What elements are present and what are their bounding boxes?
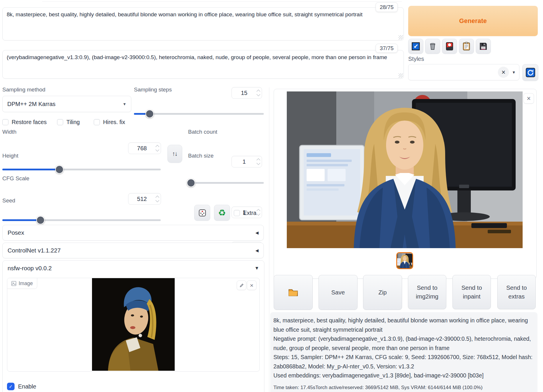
swap-arrows-icon: ↑↓ — [172, 150, 178, 157]
info-negative-prompt: Negative prompt: (verybadimagenegative_v… — [273, 334, 534, 353]
sampling-method-dropdown[interactable]: DPM++ 2M Karras ▼ — [2, 96, 131, 112]
slider-handle[interactable] — [187, 179, 195, 187]
card-image-icon — [446, 42, 453, 51]
top-divider — [42, 1, 402, 2]
enable-label: Enable — [18, 383, 36, 390]
negative-token-counter: 37/75 — [376, 44, 398, 53]
info-embeddings: Used embeddings: verybadimagenegative_v1… — [273, 371, 534, 380]
prompt-container — [2, 7, 404, 40]
accordion-posex[interactable]: Posex ◀ — [2, 225, 264, 241]
generated-image[interactable] — [287, 91, 523, 248]
sampling-steps-slider[interactable] — [134, 113, 264, 115]
generation-info: 8k, masterpiece, best quality, highly de… — [270, 312, 537, 392]
sampling-steps-numbox — [231, 87, 262, 99]
stepper-arrows[interactable] — [156, 196, 159, 202]
reuse-seed-button[interactable]: ♻ — [214, 205, 230, 221]
styles-label: Styles — [408, 56, 424, 62]
restore-faces-option[interactable]: Restore faces — [2, 119, 47, 126]
prompt-input[interactable] — [2, 7, 404, 40]
image-icon — [11, 281, 16, 286]
zip-button[interactable]: Zip — [363, 275, 402, 310]
send-to-img2img-button[interactable]: Send to img2img — [408, 275, 446, 309]
stepper-arrows[interactable] — [257, 159, 260, 165]
close-icon: × — [250, 282, 253, 288]
info-prompt: 8k, masterpiece, best quality, highly de… — [273, 316, 534, 334]
accordion-roop-title: nsfw-roop v0.0.2 — [8, 265, 52, 272]
styles-dropdown[interactable]: × ▼ — [408, 64, 519, 80]
negative-prompt-resize-handle[interactable] — [399, 73, 403, 78]
roop-enable-option[interactable]: ✓ Enable — [7, 383, 36, 390]
floppy-disk-icon — [479, 42, 487, 50]
hires-fix-option[interactable]: Hires. fix — [94, 119, 125, 126]
accordion-controlnet-title: ControlNet v1.1.227 — [8, 247, 61, 254]
paste-generation-params-button[interactable] — [459, 39, 474, 54]
width-slider[interactable] — [2, 169, 161, 170]
batch-count-slider[interactable] — [188, 182, 264, 184]
info-parameters: Steps: 15, Sampler: DPM++ 2M Karras, CFG… — [273, 353, 534, 371]
height-slider[interactable] — [2, 219, 161, 221]
recycle-icon: ♻ — [218, 209, 226, 217]
generate-button[interactable]: Generate — [408, 6, 538, 36]
show-extra-networks-button[interactable] — [442, 39, 457, 54]
tiling-option[interactable]: Tiling — [57, 119, 80, 126]
column-divider — [269, 87, 269, 392]
roop-image-dropzone[interactable]: Image × — [7, 278, 260, 372]
swap-dimensions-button[interactable]: ↑↓ — [167, 145, 182, 163]
roop-source-image[interactable] — [92, 278, 175, 371]
clear-prompt-button[interactable] — [425, 39, 440, 54]
negative-prompt-container — [2, 50, 404, 79]
pencil-icon — [239, 283, 244, 288]
hires-fix-checkbox[interactable] — [94, 119, 100, 125]
accordion-controlnet[interactable]: ControlNet v1.1.227 ◀ — [2, 243, 264, 258]
folder-icon — [288, 288, 298, 297]
stepper-arrows[interactable] — [156, 146, 159, 151]
height-numbox — [128, 193, 161, 205]
seed-extra-option[interactable]: Extra — [234, 210, 257, 216]
sampling-method-label: Sampling method — [2, 86, 45, 93]
send-to-inpaint-button[interactable]: Send to inpaint — [452, 275, 491, 309]
chevron-down-icon[interactable]: ▼ — [512, 70, 516, 75]
open-folder-button[interactable] — [274, 275, 313, 310]
slider-handle[interactable] — [145, 110, 154, 118]
slider-handle[interactable] — [36, 216, 45, 225]
enable-checkbox[interactable]: ✓ — [7, 383, 15, 390]
tab-image-label: Image — [19, 280, 33, 287]
close-preview-button[interactable]: × — [523, 93, 534, 104]
refresh-styles-button[interactable] — [522, 64, 538, 81]
hires-fix-label: Hires. fix — [103, 119, 125, 126]
clear-image-button[interactable]: × — [247, 280, 257, 290]
trash-icon — [429, 42, 437, 50]
batch-size-label: Batch size — [188, 153, 214, 159]
chevron-down-icon: ▼ — [123, 102, 126, 106]
send-to-extras-button[interactable]: Send to extras — [497, 275, 536, 309]
seed-label: Seed — [2, 197, 15, 204]
restore-faces-checkbox[interactable] — [2, 119, 8, 125]
stepper-arrows[interactable] — [257, 90, 260, 96]
close-icon: × — [501, 69, 505, 76]
check-icon: ✓ — [9, 384, 13, 389]
chevron-left-icon: ◀ — [255, 230, 259, 235]
edit-image-button[interactable] — [237, 280, 246, 290]
accordion-roop-header[interactable]: nsfw-roop v0.0.2 ▼ — [3, 261, 264, 272]
txt2img-page: 28/75 37/75 Sampling method DPM++ 2M Kar… — [0, 0, 543, 392]
tab-image[interactable]: Image — [7, 278, 37, 289]
save-button[interactable]: Save — [319, 275, 358, 310]
negative-prompt-input[interactable] — [2, 50, 404, 79]
tiling-checkbox[interactable] — [57, 119, 63, 125]
extra-checkbox[interactable] — [234, 210, 240, 216]
batch-count-label: Batch count — [188, 129, 217, 135]
tiling-label: Tiling — [66, 119, 80, 126]
styles-clear-button[interactable]: × — [498, 67, 509, 78]
random-seed-button[interactable] — [194, 205, 210, 221]
result-gallery-panel: × — [274, 89, 537, 279]
prompt-resize-handle[interactable] — [399, 35, 403, 40]
height-label: Height — [2, 153, 18, 159]
gallery-thumbnail[interactable] — [396, 252, 413, 269]
slider-handle[interactable] — [55, 165, 63, 174]
close-icon: × — [527, 95, 530, 102]
stepper-arrows[interactable] — [257, 210, 260, 215]
arrow-down-left-icon — [412, 42, 420, 50]
interrupt-arrow-button[interactable] — [408, 39, 423, 54]
save-style-button[interactable] — [476, 39, 491, 54]
sampling-method-value: DPM++ 2M Karras — [7, 101, 56, 107]
